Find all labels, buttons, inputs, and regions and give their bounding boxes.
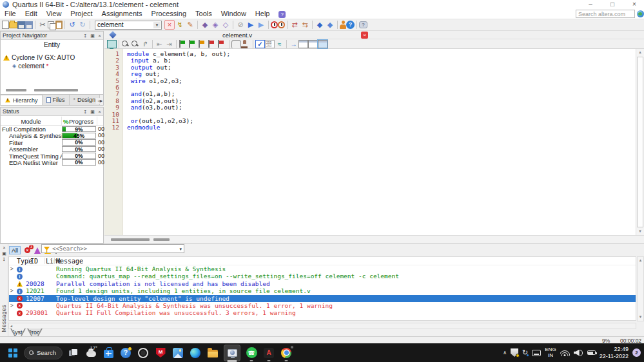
outdent-icon[interactable]: ⇤ [155, 40, 164, 48]
close-button[interactable]: × [625, 0, 644, 9]
expand-icon[interactable]: > [10, 302, 14, 309]
menu-processing[interactable]: Processing [147, 9, 191, 18]
paste-icon[interactable] [55, 21, 63, 29]
menu-project[interactable]: Project [66, 9, 97, 18]
menu-file[interactable]: File [0, 9, 21, 18]
bookmark-delete-icon[interactable] [208, 40, 217, 48]
tray-chevron-icon[interactable]: ∧ [503, 350, 507, 356]
messages-horizontal-scrollbar[interactable]: ◂ [8, 323, 636, 329]
menu-assignments[interactable]: Assignments [97, 9, 147, 18]
help-app-icon[interactable]: ? [119, 343, 132, 362]
entity-tree-item[interactable]: ◈ celement * [12, 62, 103, 70]
line-numbers-icon[interactable] [265, 40, 275, 48]
user-guide-icon[interactable] [340, 21, 346, 29]
search-dropdown-icon[interactable]: ▾ [179, 247, 182, 252]
attach-icon[interactable] [231, 40, 241, 48]
chip-planner-icon[interactable]: ✎ [185, 20, 195, 30]
feedback-icon[interactable]: ? [359, 21, 367, 28]
indent-icon[interactable]: ⇥ [164, 40, 174, 48]
acrobat-icon[interactable]: A [262, 343, 275, 362]
tab-files[interactable]: Files [43, 95, 70, 105]
scroll-up-icon[interactable]: ▲ [638, 257, 643, 264]
pin-icon[interactable]: ↧ [83, 109, 88, 115]
messages-vertical-scrollbar[interactable]: ▲ ▼ [637, 256, 644, 321]
waveform-icon[interactable]: ≈ [275, 40, 284, 48]
find-icon[interactable] [121, 40, 131, 48]
pin-icon[interactable]: ↧ [83, 33, 88, 39]
goto-line-icon[interactable]: ↱ [141, 40, 150, 48]
globe-icon[interactable] [637, 10, 644, 17]
analysis-synthesis-icon[interactable]: ◈ [210, 20, 220, 30]
editor-horizontal-scrollbar[interactable] [104, 235, 644, 243]
split-window-icon[interactable] [298, 40, 308, 48]
message-row[interactable]: iCommand: quartus_map --read_settings_fi… [9, 272, 636, 280]
cascade-window-icon[interactable] [308, 40, 318, 48]
expand-icon[interactable]: > [10, 287, 14, 294]
document-close-icon[interactable]: × [361, 32, 368, 39]
photos-icon[interactable] [171, 343, 184, 362]
menu-window[interactable]: Window [217, 9, 251, 18]
notification-count-badge[interactable]: 2 [632, 348, 641, 357]
bookmark-prev-icon[interactable] [198, 40, 208, 48]
bookmark-delete-all-icon[interactable] [217, 40, 227, 48]
chrome-icon[interactable] [280, 343, 293, 362]
menu-edit[interactable]: Edit [21, 9, 42, 18]
language-indicator[interactable]: ENGIN [545, 347, 556, 358]
mark-text-icon[interactable] [241, 40, 251, 48]
close-panel-icon[interactable]: × [97, 109, 102, 115]
message-row[interactable]: ×12007Top-level design entity "celement"… [9, 295, 636, 302]
message-row[interactable]: >i12021Found 1 design units, including 1… [9, 287, 636, 294]
all-filter-button[interactable]: All [9, 246, 21, 254]
bookmark-next-icon[interactable] [188, 40, 198, 48]
compile-design-icon[interactable]: ◆ [200, 20, 210, 30]
device-tree-item[interactable]: Cyclone IV GX: AUTO [3, 53, 103, 61]
messages-search-combo[interactable]: <<Search>> ▾ [41, 244, 184, 253]
project-combo[interactable]: celement ▼ [95, 21, 162, 30]
assignment-editor-icon[interactable]: × [164, 20, 175, 30]
fitter-icon[interactable]: ◇ [220, 20, 231, 30]
bookmark-icon[interactable] [179, 40, 188, 48]
help-icon[interactable]: ? [346, 21, 355, 29]
message-row[interactable]: !20028Parallel compilation is not licens… [9, 280, 636, 287]
volume-icon[interactable] [574, 349, 583, 356]
scrollbar-thumb[interactable] [34, 89, 78, 91]
float-icon[interactable]: ▣ [90, 109, 95, 115]
tab-scroll-right-icon[interactable]: ▸ [100, 98, 102, 104]
store-icon[interactable] [102, 343, 115, 362]
start-button[interactable] [6, 343, 19, 362]
document-tab-title[interactable]: celement.v [222, 32, 252, 39]
close-panel-icon[interactable]: × [97, 33, 102, 39]
save-icon[interactable] [17, 21, 25, 29]
copy-icon[interactable] [48, 21, 55, 29]
menu-help[interactable]: Help [251, 9, 275, 18]
altera-search-input[interactable] [576, 10, 635, 18]
round-app-icon[interactable] [137, 343, 150, 362]
technology-viewer-icon[interactable]: ⇆ [300, 20, 310, 30]
pin-planner-icon[interactable]: ↯ [175, 20, 185, 30]
scroll-down-icon[interactable]: ▼ [638, 314, 643, 321]
menu-tools[interactable]: Tools [191, 9, 217, 18]
float-icon[interactable]: ▣ [90, 33, 95, 39]
search-box[interactable]: Search [24, 343, 63, 362]
quartus-taskbar-icon[interactable] [224, 345, 240, 361]
scroll-down-icon[interactable]: ▼ [636, 228, 644, 235]
editor-vertical-scrollbar[interactable]: ▲ ▼ [636, 49, 644, 235]
stop-processing-icon[interactable]: ⊘ [235, 20, 246, 30]
sync-tray-icon[interactable]: ↻ [522, 348, 528, 357]
message-row[interactable]: >iRunning Quartus II 64-Bit Analysis & S… [9, 265, 636, 272]
start-compilation-icon[interactable]: ▶ [246, 20, 256, 30]
redo-icon[interactable]: ↻ [77, 20, 88, 30]
signaltap-icon[interactable]: ◆ [325, 20, 335, 30]
new-file-icon[interactable] [2, 21, 9, 29]
pin-icon[interactable]: ↧ [1, 256, 7, 263]
save-project-icon[interactable] [25, 21, 33, 29]
combo-dropdown-icon[interactable]: ▼ [153, 22, 161, 28]
tray-clock[interactable]: 22:4922-11-2022 [600, 346, 629, 359]
mcafee-icon[interactable]: M [154, 343, 167, 362]
error-filter-icon[interactable]: ×3 [24, 247, 30, 253]
file-window-icon[interactable] [107, 40, 117, 48]
rtl-viewer-icon[interactable]: ⇄ [289, 20, 300, 30]
undo-icon[interactable]: ↺ [67, 20, 77, 30]
menu-help-icon[interactable]: ? [278, 11, 286, 18]
replace-icon[interactable] [131, 40, 141, 48]
